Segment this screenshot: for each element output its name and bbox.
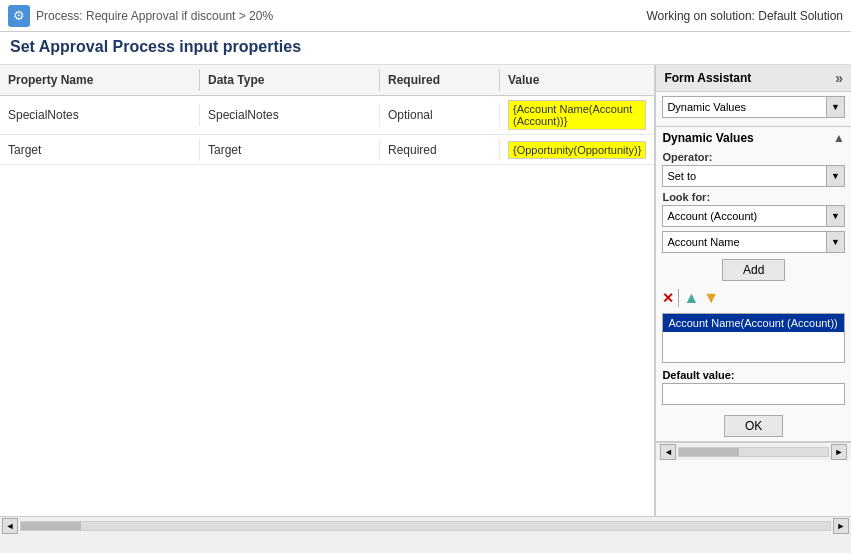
- form-assistant-title: Form Assistant: [664, 71, 751, 85]
- ok-button[interactable]: OK: [724, 415, 783, 437]
- cell-property-2: Target: [0, 139, 200, 161]
- field-select-container: Account Name ▼: [662, 231, 845, 253]
- operator-select[interactable]: Set to: [662, 165, 827, 187]
- bottom-scrollbar: ◄ ►: [0, 516, 851, 534]
- dynamic-values-dropdown[interactable]: Dynamic Values: [662, 96, 827, 118]
- dynamic-values-section: Dynamic Values ▲ Operator: Set to ▼ Look…: [656, 127, 851, 442]
- items-box: Account Name(Account (Account)): [662, 313, 845, 363]
- form-assistant-chevron[interactable]: »: [835, 70, 843, 86]
- page-title-text: Set Approval Process input properties: [10, 38, 301, 55]
- gear-icon: ⚙: [8, 5, 30, 27]
- right-scroll-left-btn[interactable]: ◄: [660, 444, 676, 460]
- look-for-label: Look for:: [662, 191, 845, 203]
- field-select-row: Account Name ▼: [662, 231, 845, 253]
- dynamic-values-label: Dynamic Values ▲: [662, 131, 845, 145]
- dynamic-values-dropdown-arrow[interactable]: ▼: [827, 96, 845, 118]
- left-panel: Property Name Data Type Required Value S…: [0, 65, 655, 516]
- right-panel-scrollbar: ◄ ►: [656, 442, 851, 460]
- value-highlight-1[interactable]: {Account Name(Account (Account))}: [508, 100, 646, 130]
- col-header-datatype: Data Type: [200, 69, 380, 91]
- table-header: Property Name Data Type Required Value: [0, 65, 654, 96]
- cell-datatype-1: SpecialNotes: [200, 104, 380, 126]
- operator-label: Operator:: [662, 151, 845, 163]
- cell-datatype-2: Target: [200, 139, 380, 161]
- col-header-required: Required: [380, 69, 500, 91]
- col-header-property: Property Name: [0, 69, 200, 91]
- default-value-label: Default value:: [662, 369, 845, 381]
- operator-row: Operator: Set to ▼: [662, 151, 845, 187]
- look-for-select[interactable]: Account (Account): [662, 205, 827, 227]
- col-header-value: Value: [500, 69, 654, 91]
- scrollbar-track: [20, 521, 831, 531]
- right-scrollbar-thumb: [679, 448, 739, 456]
- scroll-right-btn[interactable]: ►: [833, 518, 849, 534]
- operator-select-arrow[interactable]: ▼: [827, 165, 845, 187]
- cell-required-1: Optional: [380, 104, 500, 126]
- dynamic-values-text: Dynamic Values: [662, 131, 753, 145]
- top-bar-left: ⚙ Process: Require Approval if discount …: [8, 5, 273, 27]
- field-select[interactable]: Account Name: [662, 231, 827, 253]
- delete-icon[interactable]: ✕: [662, 290, 674, 306]
- value-highlight-2[interactable]: {Opportunity(Opportunity)}: [508, 141, 646, 159]
- page-title: Set Approval Process input properties: [0, 32, 851, 65]
- default-value-input[interactable]: [662, 383, 845, 405]
- top-dropdown-row: Dynamic Values ▼: [662, 96, 845, 118]
- look-for-select-container: Account (Account) ▼: [662, 205, 845, 227]
- cell-value-1[interactable]: {Account Name(Account (Account))}: [500, 96, 654, 134]
- cell-required-2: Required: [380, 139, 500, 161]
- default-value-row: Default value:: [662, 369, 845, 411]
- top-dropdown-section: Dynamic Values ▼: [656, 92, 851, 127]
- scrollbar-thumb: [21, 522, 81, 530]
- add-btn-row: Add: [662, 259, 845, 281]
- top-bar: ⚙ Process: Require Approval if discount …: [0, 0, 851, 32]
- field-select-arrow[interactable]: ▼: [827, 231, 845, 253]
- form-assistant-header: Form Assistant »: [656, 65, 851, 92]
- collapse-icon[interactable]: ▲: [833, 131, 845, 145]
- gear-symbol: ⚙: [13, 8, 25, 23]
- ok-btn-row: OK: [662, 415, 845, 437]
- cell-value-2[interactable]: {Opportunity(Opportunity)}: [500, 137, 654, 163]
- table-body: SpecialNotes SpecialNotes Optional {Acco…: [0, 96, 654, 516]
- right-panel: Form Assistant » Dynamic Values ▼ Dynami…: [655, 65, 851, 516]
- action-icons-row: ✕ ▲ ▼: [662, 287, 845, 309]
- cell-property-1: SpecialNotes: [0, 104, 200, 126]
- table-row: Target Target Required {Opportunity(Oppo…: [0, 135, 654, 165]
- look-for-row: Look for: Account (Account) ▼: [662, 191, 845, 227]
- move-down-icon[interactable]: ▼: [703, 289, 719, 307]
- right-scroll-right-btn[interactable]: ►: [831, 444, 847, 460]
- separator: [678, 289, 679, 307]
- working-solution: Working on solution: Default Solution: [646, 9, 843, 23]
- look-for-select-arrow[interactable]: ▼: [827, 205, 845, 227]
- operator-select-container: Set to ▼: [662, 165, 845, 187]
- right-scrollbar-track: [678, 447, 829, 457]
- table-row: SpecialNotes SpecialNotes Optional {Acco…: [0, 96, 654, 135]
- move-up-icon[interactable]: ▲: [683, 289, 699, 307]
- process-title: Process: Require Approval if discount > …: [36, 9, 273, 23]
- scroll-left-btn[interactable]: ◄: [2, 518, 18, 534]
- selected-item[interactable]: Account Name(Account (Account)): [663, 314, 844, 332]
- main-container: Property Name Data Type Required Value S…: [0, 65, 851, 516]
- add-button[interactable]: Add: [722, 259, 785, 281]
